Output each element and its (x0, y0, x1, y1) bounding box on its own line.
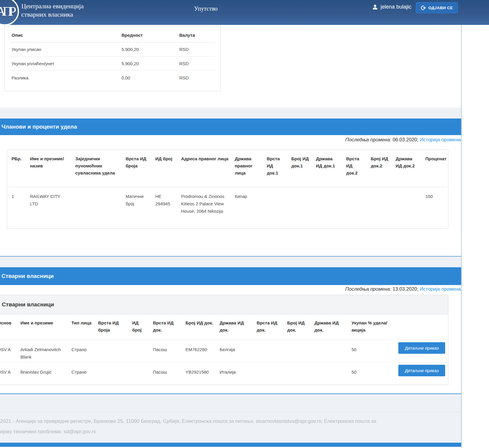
owners-section-body: Последња промена: 13.03.2020; Историја п… (0, 285, 461, 394)
col-vrsta-id-broja: Врста ИД броја (121, 150, 151, 187)
cell-opis: Укупан уплаћен/унет (10, 57, 120, 71)
col-ime: Име и презиме (16, 315, 67, 340)
cell-opis: Укупан уписан (10, 42, 120, 57)
col-udeo: Укупан % удела/акција (347, 315, 394, 340)
table-row: Укупан уплаћен/унет 5.900,20 RSD (10, 57, 215, 71)
col-id-broj: ИД број (151, 150, 177, 187)
cell-vrsta-dok1 (262, 187, 287, 229)
owners-section: Стварни власници Последња промена: 13.03… (0, 267, 461, 394)
footer-line2: ијаву техничких проблема: sd@apr.gov.rs (0, 426, 376, 437)
capital-panel: Опис Вредност Валута Укупан уписан 5.900… (0, 25, 461, 108)
section-gap (0, 257, 461, 267)
cell-drzava-lica: Кипар (230, 187, 262, 229)
col-valuta: Валута (178, 29, 215, 42)
logout-button[interactable]: ОДЈАВИ СЕ (416, 2, 458, 13)
section-gap (0, 108, 461, 119)
col-broj-dok1: Број ИД док.1 (287, 150, 311, 187)
owners-table: Основ Име и презиме Тип лица Врста ИД бр… (0, 315, 449, 385)
col-broj-dok2: Број ИД док. (283, 315, 310, 340)
cell-vrsta-id-broja (94, 340, 128, 362)
main-content: Опис Вредност Валута Укупан уписан 5.900… (0, 25, 461, 447)
owners-last-change: Последња промена: 13.03.2020; Историја п… (0, 286, 461, 294)
last-change-date: 13.03.2020; (393, 286, 418, 292)
table-row: Укупан уписан 5.900,20 RSD (10, 42, 215, 57)
cell-osnov: OSV A (0, 340, 16, 362)
members-header-row: РБр. Име и презиме/назив Заједнички пуно… (7, 150, 449, 187)
col-broj-dok: Број ИД док. (181, 315, 215, 340)
col-tip: Тип лица (67, 315, 94, 340)
owners-header-row: Основ Име и презиме Тип лица Врста ИД бр… (0, 315, 449, 340)
cell-valuta: RSD (178, 71, 215, 85)
col-actions (394, 315, 449, 340)
cell-adresa: Prodromou & Zinonos Kitieos 2 Palace Vie… (177, 187, 230, 229)
history-link[interactable]: Историја промена (420, 286, 461, 292)
members-section-title: Чланови и проценти удела (0, 119, 461, 135)
cell-valuta: RSD (178, 42, 215, 57)
cell-drzava-dok2 (310, 362, 347, 385)
cell-vrsta-dok2 (252, 362, 283, 385)
col-drzava-dok1: Држава ИД док.1 (311, 150, 342, 187)
col-drzava-dok2: Држава ИД док.2 (391, 150, 421, 187)
history-link[interactable]: Историја промена (420, 137, 461, 142)
detail-view-button[interactable]: Детаљни приказ (398, 342, 445, 354)
cell-id-broj: HE 294945 (151, 187, 177, 229)
cell-ime: RAILWAY CITY LTD (25, 187, 71, 229)
cell-vrsta-dok2 (342, 187, 366, 229)
last-change-date: 06.03.2020; (393, 137, 418, 142)
cell-vrsta-id-broja (94, 362, 128, 385)
col-drzava-dok2: Држава ИД док. (310, 315, 347, 340)
cell-vrsta-dok: Пасош (148, 340, 181, 362)
cell-ime: Arkadi Zelmanovitch Blank (16, 340, 67, 362)
col-drzava-lica: Држава правног лица (230, 150, 262, 187)
page: АПР Централна евиденција стварних власни… (0, 0, 489, 448)
cell-opis: Разлика (10, 71, 120, 85)
cell-drzava-dok: Италија (215, 362, 252, 385)
cell-udeo: 50 (347, 362, 394, 385)
cell-vrsta-dok2 (252, 340, 283, 362)
cell-id-broj (128, 340, 148, 362)
cell-tip: Страно (67, 362, 94, 385)
col-vrsta-dok: Врста ИД док. (148, 315, 181, 340)
app-title-line1: Централна евиденција (21, 2, 84, 10)
footer-text: 2021 - Агенција за привредне регистре, Б… (0, 416, 376, 437)
apr-logo-monogram: АПР (0, 4, 13, 19)
owners-section-title: Стварни власници (0, 267, 461, 285)
members-last-change: Последња промена: 06.03.2020; Историја п… (0, 137, 461, 145)
cell-vrsta-id-broja: Матични број (121, 187, 151, 229)
cell-udeo: 50 (347, 340, 394, 362)
capital-table: Опис Вредност Валута Укупан уписан 5.900… (10, 29, 215, 85)
members-section: Чланови и проценти удела Последња промен… (0, 119, 461, 257)
col-ime: Име и презиме/назив (25, 150, 71, 187)
cell-osnov: OSV A (0, 362, 16, 385)
bottom-accent-bar (0, 443, 461, 447)
cell-drzava-dok: Белгија (215, 340, 252, 362)
col-id-broj: ИД број (128, 315, 148, 340)
nav-uputstvo-link[interactable]: Упутство (194, 5, 218, 12)
owners-card-title: Стварни власници (0, 295, 448, 315)
members-table: РБр. Име и презиме/назив Заједнички пуно… (7, 150, 449, 229)
cell-vrsta-dok: Пасош (148, 362, 181, 385)
user-name: jelena bulajic (381, 4, 411, 10)
cell-id-broj (128, 362, 148, 385)
col-osnov: Основ (0, 315, 16, 340)
table-row: OSV A Arkadi Zelmanovitch Blank Страно П… (0, 340, 449, 362)
col-punomocnik: Заједнички пуномоћник сувласника удела (71, 150, 121, 187)
col-rbr: РБр. (7, 150, 25, 187)
cell-drzava-dok1 (311, 187, 342, 229)
table-row: OSV A Branislav Grujić Страно Пасош YB29… (0, 362, 449, 385)
footer-line1: 2021 - Агенција за привредне регистре, Б… (0, 416, 376, 426)
top-header-bar: АПР Централна евиденција стварних власни… (0, 0, 489, 25)
cell-vrednost: 5.900,20 (120, 42, 178, 57)
col-vrsta-id-broja: Врста ИД броја (94, 315, 128, 340)
cell-procenat: 100 (421, 187, 449, 229)
cell-broj-dok: YB2921580 (181, 362, 215, 385)
cell-ime: Branislav Grujić (16, 362, 67, 385)
app-title-line2: стварних власника (21, 10, 84, 19)
user-area: jelena bulajic (372, 4, 411, 10)
logout-label: ОДЈАВИ СЕ (428, 6, 453, 10)
detail-view-button[interactable]: Детаљни приказ (398, 365, 445, 376)
table-row: Разлика 0,00 RSD (10, 71, 215, 85)
cell-broj-dok: EM762280 (181, 340, 215, 362)
cell-broj-dok2 (366, 187, 391, 229)
capital-header-row: Опис Вредност Валута (10, 29, 215, 42)
